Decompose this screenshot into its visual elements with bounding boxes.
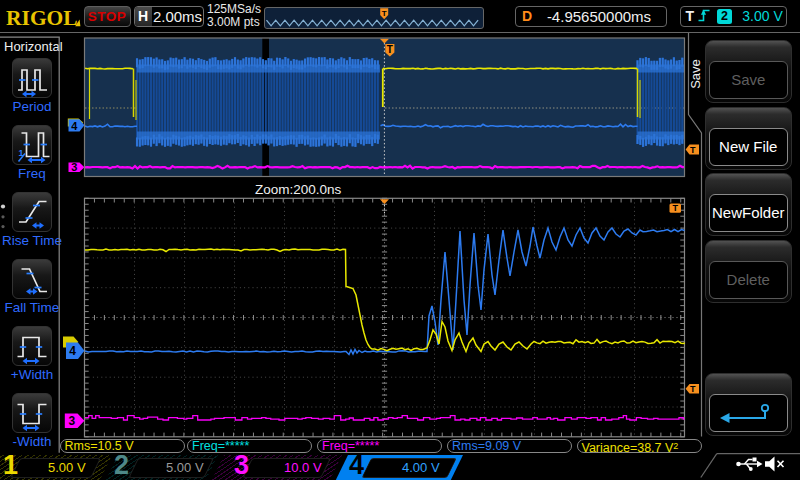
svg-text:4: 4	[69, 344, 76, 358]
svg-text:T: T	[673, 203, 679, 213]
svg-text:3: 3	[68, 414, 75, 428]
svg-text:4: 4	[71, 120, 78, 132]
svg-text:T: T	[387, 44, 393, 55]
svg-text:3: 3	[71, 161, 77, 173]
svg-text:T: T	[382, 9, 387, 18]
svg-text:T: T	[690, 145, 696, 155]
svg-text:T: T	[690, 384, 696, 394]
